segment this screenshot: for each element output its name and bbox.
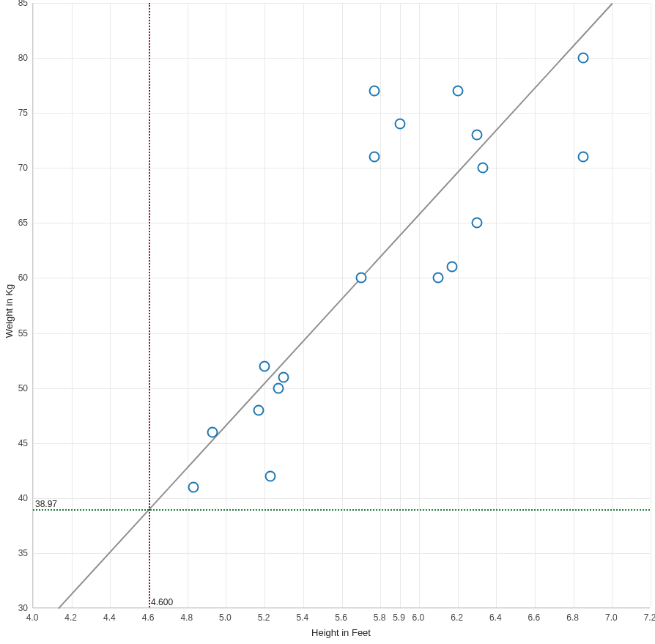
x-tick-label: 5.8 xyxy=(374,612,386,623)
x-tick-label: 4.8 xyxy=(180,612,193,623)
grid-line-vertical xyxy=(535,3,536,607)
y-tick-label: 80 xyxy=(18,53,28,63)
reference-line-horizontal xyxy=(33,509,650,511)
grid-line-horizontal xyxy=(33,498,650,499)
grid-line-horizontal xyxy=(33,113,650,114)
y-axis-label: Weight in Kg xyxy=(4,284,15,338)
grid-line-horizontal xyxy=(33,278,650,278)
grid-line-vertical xyxy=(612,3,613,607)
grid-line-horizontal xyxy=(33,443,650,444)
regression-line xyxy=(58,3,613,609)
data-point xyxy=(471,218,482,229)
grid-line-vertical xyxy=(264,3,265,607)
data-point xyxy=(471,130,482,141)
x-tick-label: 7.2 xyxy=(644,612,655,623)
x-tick-label: 5.9 xyxy=(393,612,405,623)
x-tick-label: 6.8 xyxy=(566,612,579,623)
grid-line-horizontal xyxy=(33,553,650,554)
data-point xyxy=(254,404,264,415)
x-tick-label: 5.6 xyxy=(335,612,347,623)
x-tick-label: 4.6 xyxy=(142,612,155,623)
y-tick-label: 85 xyxy=(18,0,28,8)
data-point xyxy=(273,382,284,393)
y-tick-label: 40 xyxy=(18,493,28,503)
grid-line-horizontal xyxy=(33,608,650,609)
y-tick-label: 55 xyxy=(18,328,28,338)
y-tick-label: 60 xyxy=(18,273,28,283)
data-point xyxy=(188,481,199,492)
data-point xyxy=(577,152,588,163)
x-tick-label: 6.2 xyxy=(451,612,463,623)
y-tick-label: 75 xyxy=(18,108,28,118)
x-tick-label: 6.4 xyxy=(489,612,502,623)
x-axis-label: Height in Feet xyxy=(311,627,371,638)
grid-line-horizontal xyxy=(33,58,650,59)
grid-line-horizontal xyxy=(33,168,650,169)
data-point xyxy=(369,86,380,97)
y-tick-label: 45 xyxy=(18,438,28,448)
y-tick-label: 30 xyxy=(18,603,28,613)
grid-line-vertical xyxy=(110,3,111,607)
grid-line-vertical xyxy=(380,3,381,607)
grid-line-horizontal xyxy=(33,223,650,223)
plot-area: 38.974.600 xyxy=(32,3,650,608)
grid-line-horizontal xyxy=(33,388,650,389)
grid-line-vertical xyxy=(342,3,343,607)
x-tick-label: 4.4 xyxy=(103,612,116,623)
y-tick-label: 50 xyxy=(18,383,28,393)
grid-line-vertical xyxy=(188,3,188,607)
grid-line-vertical xyxy=(303,3,304,607)
data-point xyxy=(259,360,270,371)
x-tick-label: 5.0 xyxy=(219,612,232,623)
reference-line-vertical-label: 4.600 xyxy=(151,597,173,607)
data-point xyxy=(433,273,444,284)
grid-line-vertical xyxy=(574,3,574,607)
grid-line-horizontal xyxy=(33,333,650,334)
data-point xyxy=(577,53,588,64)
y-tick-label: 65 xyxy=(18,218,28,228)
x-tick-label: 6.0 xyxy=(412,612,425,623)
scatter-chart: 38.974.600 303540455055606570758085 4.04… xyxy=(0,0,655,644)
data-point xyxy=(369,152,380,163)
data-point xyxy=(452,86,463,97)
grid-line-vertical xyxy=(419,3,420,607)
data-point xyxy=(446,262,457,273)
data-point xyxy=(207,426,218,437)
grid-line-vertical xyxy=(400,3,401,607)
y-tick-label: 35 xyxy=(18,548,28,558)
data-point xyxy=(394,119,405,130)
data-point xyxy=(477,163,488,174)
grid-line-vertical xyxy=(496,3,497,607)
grid-line-vertical xyxy=(651,3,651,607)
data-point xyxy=(278,371,289,382)
grid-line-horizontal xyxy=(33,3,650,4)
grid-line-vertical xyxy=(33,3,34,607)
data-point xyxy=(265,470,276,481)
y-tick-label: 70 xyxy=(18,163,28,173)
reference-line-horizontal-label: 38.97 xyxy=(35,499,57,509)
x-tick-label: 5.2 xyxy=(258,612,270,623)
x-tick-label: 4.0 xyxy=(26,612,39,623)
x-tick-label: 6.6 xyxy=(528,612,541,623)
grid-line-vertical xyxy=(72,3,73,607)
grid-line-vertical xyxy=(226,3,226,607)
x-tick-label: 7.0 xyxy=(605,612,618,623)
x-tick-label: 4.2 xyxy=(64,612,77,623)
reference-line-vertical xyxy=(149,3,150,607)
x-tick-label: 5.4 xyxy=(296,612,308,623)
data-point xyxy=(355,273,366,284)
